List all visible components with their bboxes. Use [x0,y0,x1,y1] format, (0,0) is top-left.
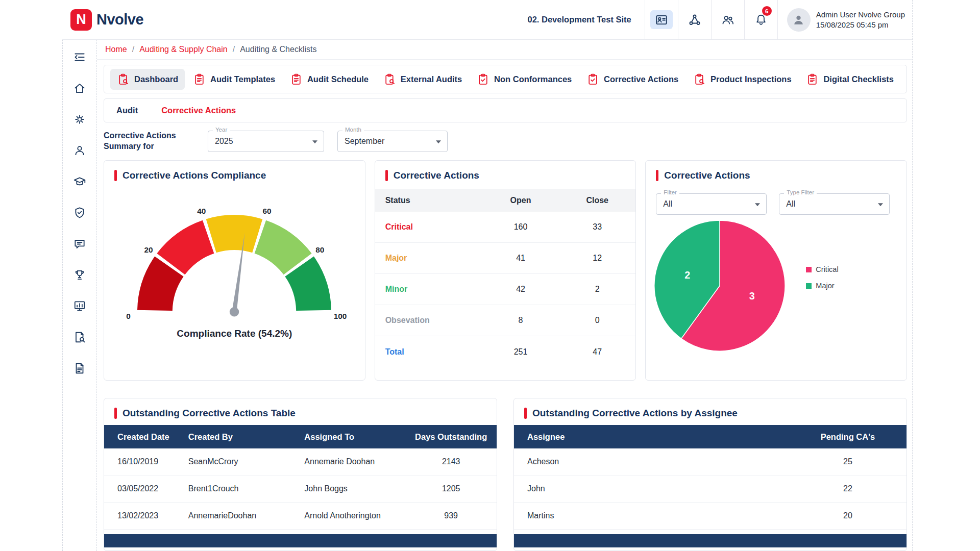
tab-non-conformances[interactable]: Non Conformances [470,69,578,90]
app-window: N Nvolve 02. Development Test Site 6 [62,0,913,551]
breadcrumb-separator: / [132,45,134,54]
days-outstanding: 2143 [408,457,497,466]
sub-tab-bar: Audit Corrective Actions [104,98,907,122]
column-header: Close [559,196,635,205]
summary-filter-row: Corrective Actions Summary for Year 2025… [104,131,907,152]
table-row: Martins 20 [514,503,906,530]
chevron-down-icon [755,203,760,206]
table-row: Obsevation 8 0 [375,305,636,336]
status-card-title: Corrective Actions [394,170,479,181]
chevron-down-icon [312,140,317,143]
people-icon [721,13,734,27]
tab-dashboard[interactable]: Dashboard [110,69,185,90]
sidebar-item-home[interactable] [67,76,92,101]
corrective-pie: 32 [652,218,788,354]
compliance-rate-caption: Compliance Rate (54.2%) [177,328,292,339]
tab-digital-checklists[interactable]: Digital Checklists [799,69,900,90]
tab-external-audits[interactable]: External Audits [377,69,469,90]
sidebar-item-training[interactable] [67,169,92,194]
trophy-icon [73,268,86,282]
sidebar-item-audit-search[interactable] [67,325,92,349]
id-card-button[interactable] [645,0,678,39]
column-header: Assigned To [304,432,408,442]
table-row: 13/02/2023 AnnemarieDoohan Arnold Anothe… [104,503,497,530]
open-count: 251 [482,347,559,357]
column-header: Open [482,196,559,205]
assignee: John [514,484,789,493]
close-count: 0 [559,316,635,325]
sidebar-item-compliance[interactable] [67,201,92,225]
table-footer-bar [104,534,497,547]
month-select[interactable]: Month September [337,131,448,152]
table-row: John 22 [514,475,906,503]
document-search-icon [73,331,86,344]
contacts-button[interactable] [712,0,744,39]
pie-type-filter-value: All [786,199,795,209]
product-inspections-icon [693,73,706,86]
pdf-file-icon [73,362,86,375]
legend-swatch [806,267,812,272]
table-row: Major 41 12 [375,243,636,274]
site-selector[interactable]: 02. Development Test Site [528,15,631,24]
created-date: 03/05/2022 [104,484,188,493]
year-select[interactable]: Year 2025 [208,131,324,152]
compliance-card-title: Corrective Actions Compliance [122,170,266,181]
home-icon [73,82,86,95]
svg-text:20: 20 [144,245,153,254]
card-accent-bar [656,170,658,181]
table-row: Critical 160 33 [375,212,636,243]
avatar-icon [792,13,805,27]
svg-text:60: 60 [263,207,272,215]
column-header: Created Date [104,432,188,442]
sidebar-item-achievements[interactable] [67,263,92,287]
non-conformances-icon [477,73,489,86]
pie-filter-select[interactable]: Filter All [656,193,767,215]
sidebar-item-messages[interactable] [67,232,92,256]
open-count: 42 [482,285,559,294]
column-header: Assignee [514,432,789,442]
user-icon [73,144,86,157]
assignee: Acheson [514,457,789,466]
user-menu[interactable]: Admin User Nvolve Group 15/08/2025 05:45… [778,8,905,32]
column-header: Days Outstanding [408,432,497,442]
tab-product-inspections[interactable]: Product Inspections [687,69,798,90]
breadcrumb-auditing-supply-chain[interactable]: Auditing & Supply Chain [139,45,228,54]
sidebar-item-admin[interactable] [67,107,92,132]
pie-type-filter-label: Type Filter [784,189,817,195]
avatar [787,8,811,32]
legend-item-major: Major [806,282,838,290]
org-chart-button[interactable] [678,0,711,39]
status-card: Corrective Actions Status Open Close Cri… [375,160,636,381]
pie-filter-label: Filter [661,189,679,195]
audit-templates-icon [193,73,206,86]
close-count: 2 [559,285,635,294]
sidebar-item-reports[interactable] [67,294,92,318]
tab-audit-schedule[interactable]: Audit Schedule [283,69,375,90]
card-accent-bar [385,170,388,181]
pending-count: 25 [789,457,906,466]
open-count: 8 [482,316,559,325]
brand-icon: N [70,9,92,31]
column-header: Pending CA's [789,432,906,442]
org-chart-icon [688,13,701,27]
sub-tab-corrective-actions[interactable]: Corrective Actions [161,106,236,115]
top-bar: N Nvolve 02. Development Test Site 6 [62,0,912,40]
created-by: SeanMcCrory [188,457,305,466]
pie-type-filter-select[interactable]: Type Filter All [779,193,890,215]
sub-tab-audit[interactable]: Audit [116,106,138,115]
notifications-button[interactable]: 6 [745,0,777,39]
brand-logo[interactable]: N Nvolve [70,9,143,31]
collapse-sidebar-button[interactable] [67,45,92,69]
sidebar-item-pdf-export[interactable] [67,356,92,381]
status-label: Major [375,254,482,263]
id-card-icon [655,13,668,27]
breadcrumb-home[interactable]: Home [105,45,127,54]
notification-badge: 6 [762,6,772,16]
tab-audit-templates[interactable]: Audit Templates [186,69,282,90]
svg-text:80: 80 [316,245,325,254]
tab-corrective-actions[interactable]: Corrective Actions [580,69,685,90]
outstanding-table-title: Outstanding Corrective Actions Table [122,408,296,419]
year-select-value: 2025 [215,137,233,146]
external-audits-icon [383,73,396,86]
sidebar-item-users[interactable] [67,138,92,163]
